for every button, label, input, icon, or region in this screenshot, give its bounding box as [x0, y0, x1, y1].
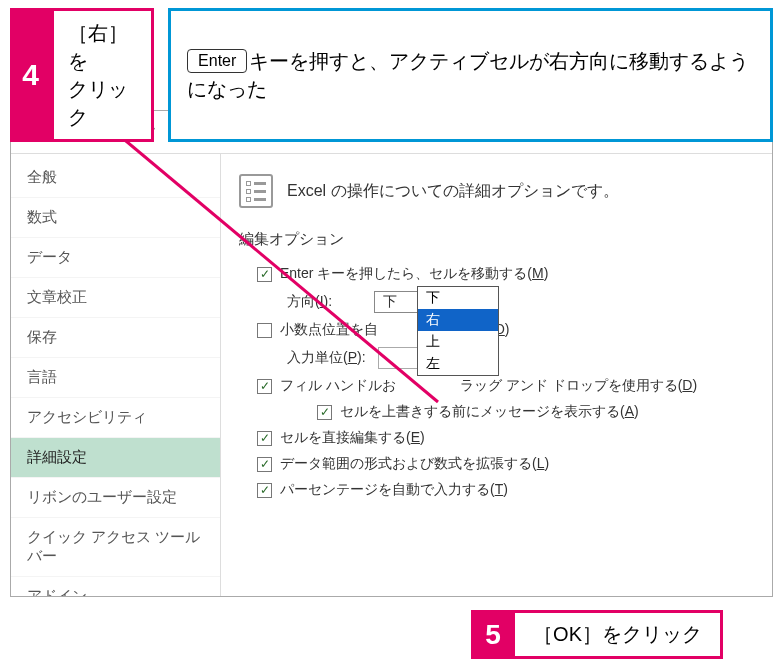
checkbox-icon[interactable] — [257, 379, 272, 394]
info-callout: Enterキーを押すと、アクティブセルが右方向に移動するようになった — [168, 8, 773, 142]
opt-unit: 入力単位(P): — [287, 347, 754, 369]
sidebar-item[interactable]: 言語 — [11, 358, 220, 398]
step-callout-5: 5 ［OK］をクリック — [471, 610, 723, 659]
content-heading: Excel の操作についての詳細オプションです。 — [287, 181, 619, 202]
checkbox-icon[interactable] — [317, 405, 332, 420]
direction-dropdown[interactable]: 下右上左 — [417, 286, 499, 376]
step-number: 5 — [471, 610, 515, 659]
sidebar-item[interactable]: アクセシビリティ — [11, 398, 220, 438]
opt-percent-auto[interactable]: パーセンテージを自動で入力する(T) — [257, 481, 754, 499]
checkbox-icon[interactable] — [257, 457, 272, 472]
sidebar-item[interactable]: 文章校正 — [11, 278, 220, 318]
enter-keycap: Enter — [187, 49, 247, 73]
opt-extend-format[interactable]: データ範囲の形式および数式を拡張する(L) — [257, 455, 754, 473]
checkbox-icon[interactable] — [257, 431, 272, 446]
opt-direct-edit[interactable]: セルを直接編集する(E) — [257, 429, 754, 447]
step-text: ［OK］をクリック — [515, 610, 723, 659]
opt-fill-handle[interactable]: フィル ハンドルおラッグ アンド ドロップを使用する(D) — [257, 377, 754, 395]
opt-direction: 方向(I): 下 — [287, 291, 754, 313]
opt-enter-move[interactable]: Enter キーを押したら、セルを移動する(M) — [257, 265, 754, 283]
sidebar-item[interactable]: 全般 — [11, 158, 220, 198]
excel-options-dialog: Excel のオプション 全般数式データ文章校正保存言語アクセシビリティ詳細設定… — [10, 110, 773, 597]
opt-decimal[interactable]: 小数点位置を自入する(D) — [257, 321, 754, 339]
options-icon — [239, 174, 273, 208]
sidebar-item[interactable]: 詳細設定 — [11, 438, 220, 478]
sidebar-item[interactable]: 保存 — [11, 318, 220, 358]
sidebar-item[interactable]: 数式 — [11, 198, 220, 238]
step-callout-4: 4 ［右］を クリック — [10, 8, 154, 142]
options-content: Excel の操作についての詳細オプションです。 編集オプション Enter キ… — [221, 153, 772, 596]
checkbox-icon[interactable] — [257, 323, 272, 338]
sidebar-item[interactable]: リボンのユーザー設定 — [11, 478, 220, 518]
info-text: Enterキーを押すと、アクティブセルが右方向に移動するようになった — [168, 8, 773, 142]
opt-overwrite-warn[interactable]: セルを上書きする前にメッセージを表示する(A) — [317, 403, 754, 421]
step-text: ［右］を クリック — [51, 8, 154, 142]
checkbox-icon[interactable] — [257, 483, 272, 498]
sidebar-item[interactable]: アドイン — [11, 577, 220, 597]
dropdown-option[interactable]: 左 — [418, 353, 498, 375]
checkbox-icon[interactable] — [257, 267, 272, 282]
sidebar-item[interactable]: データ — [11, 238, 220, 278]
options-sidebar: 全般数式データ文章校正保存言語アクセシビリティ詳細設定リボンのユーザー設定クイッ… — [11, 153, 221, 596]
step-number: 4 — [10, 8, 51, 142]
dropdown-option[interactable]: 上 — [418, 331, 498, 353]
dropdown-option[interactable]: 下 — [418, 287, 498, 309]
sidebar-item[interactable]: クイック アクセス ツール バー — [11, 518, 220, 577]
dropdown-option[interactable]: 右 — [418, 309, 498, 331]
section-title: 編集オプション — [239, 230, 754, 249]
